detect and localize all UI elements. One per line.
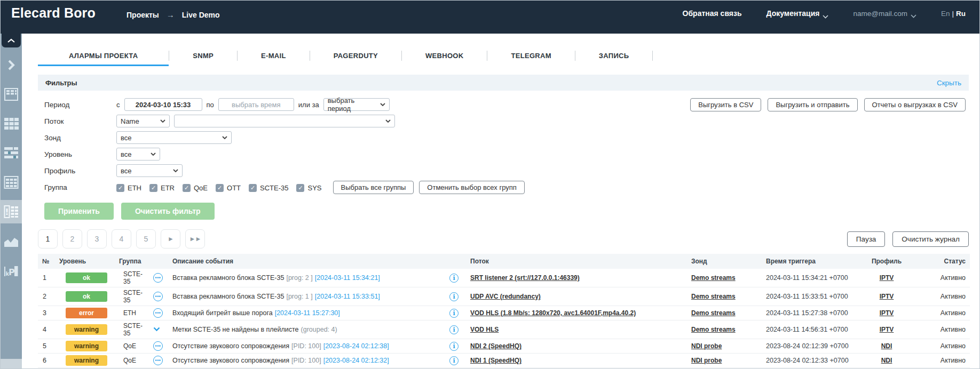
group-checkbox-scte-35[interactable]: ✓SCTE-35 — [249, 184, 288, 192]
lang-en[interactable]: En — [941, 10, 950, 18]
profile-link[interactable]: IPTV — [880, 309, 894, 317]
probe-link[interactable]: NDI probe — [691, 342, 722, 350]
tab-snmp[interactable]: SNMP — [169, 47, 237, 66]
profile-link[interactable]: IPTV — [880, 293, 894, 300]
stream-link[interactable]: VOD HLS — [470, 326, 499, 333]
expand-events-icon[interactable]: ••• — [153, 273, 163, 283]
chevron-down-icon — [151, 153, 156, 156]
expand-events-icon[interactable]: ••• — [153, 308, 163, 318]
collapse-group-icon[interactable] — [153, 326, 160, 333]
group-checkbox-eth[interactable]: ✓ETH — [116, 184, 141, 192]
last-page-button[interactable]: ►► — [185, 229, 205, 248]
stream-link[interactable]: VOD HLS (1.8 Mb/s: 1280x720, avc1.64001F… — [470, 309, 636, 317]
page-button-3[interactable]: 3 — [87, 229, 107, 248]
info-icon[interactable]: i — [449, 309, 459, 318]
tab-webhook[interactable]: WEBHOOK — [402, 47, 487, 66]
page-button-2[interactable]: 2 — [62, 229, 82, 248]
expand-cell: ••• — [151, 339, 170, 354]
probe-link[interactable]: Demo streams — [691, 274, 736, 282]
event-time-link[interactable]: [2024-03-11 15:33:51] — [315, 293, 380, 300]
export-and-send-button[interactable]: Выгрузить и отправить — [768, 98, 857, 111]
csv-reports-button[interactable]: Отчеты о выгрузках в CSV — [864, 98, 966, 111]
info-icon[interactable]: i — [449, 274, 459, 283]
expand-events-icon[interactable]: ••• — [153, 341, 163, 351]
sidebar-scroll-indicator[interactable] — [1, 359, 22, 369]
event-time-link[interactable]: [2024-03-11 15:34:21] — [315, 274, 380, 282]
tab-record[interactable]: ЗАПИСЬ — [575, 47, 653, 66]
collapse-panel-icon[interactable] — [2, 34, 21, 47]
checkbox-checked-icon[interactable]: ✓ — [149, 184, 157, 192]
lang-ru[interactable]: Ru — [956, 10, 966, 18]
page-button-1[interactable]: 1 — [38, 229, 58, 248]
info-icon[interactable]: i — [449, 292, 459, 301]
project-alarms-icon[interactable]: ! — [1, 200, 22, 223]
probe-link[interactable]: Demo streams — [691, 293, 736, 300]
charts-icon[interactable] — [1, 229, 22, 253]
profile-link[interactable]: IPTV — [880, 326, 894, 333]
data-table-icon[interactable] — [1, 171, 22, 194]
stream-mode-select[interactable]: Name — [116, 115, 170, 127]
date-from-input[interactable] — [124, 98, 202, 111]
period-preset-select[interactable]: выбрать период — [323, 98, 390, 111]
breadcrumb-projects[interactable]: Проекты — [127, 11, 159, 19]
export-csv-button[interactable]: Выгрузить в CSV — [690, 98, 761, 111]
stream-link[interactable]: NDI 1 (SpeedHQ) — [470, 357, 521, 364]
page-button-5[interactable]: 5 — [136, 229, 156, 248]
event-time-link[interactable]: [2024-03-11 15:27:30] — [275, 309, 340, 317]
probe-link[interactable]: NDI probe — [691, 357, 722, 364]
level-select[interactable]: все — [116, 148, 160, 161]
expand-events-icon[interactable]: ••• — [153, 356, 163, 365]
next-page-button[interactable]: ► — [161, 229, 180, 248]
select-all-groups-button[interactable]: Выбрать все группы — [333, 181, 414, 194]
date-to-input[interactable] — [218, 98, 294, 111]
clear-filter-button[interactable]: Очистить фильтр — [121, 203, 215, 220]
streams-overview-icon[interactable] — [1, 83, 22, 106]
profile-link[interactable]: NDI — [881, 357, 892, 364]
stream-link[interactable]: NDI 2 (SpeedHQ) — [470, 342, 521, 350]
expand-panel-icon[interactable] — [1, 53, 22, 77]
stream-value-select[interactable] — [174, 115, 395, 127]
stream-link[interactable]: SRT listener 2 (srt://127.0.0.1:46339) — [470, 274, 580, 282]
checkbox-checked-icon[interactable]: ✓ — [296, 184, 304, 192]
group-checkbox-etr[interactable]: ✓ETR — [149, 184, 175, 192]
profile-link[interactable]: IPTV — [880, 274, 894, 282]
apply-button[interactable]: Применить — [44, 203, 114, 220]
group-checkbox-ott[interactable]: ✓OTT — [216, 184, 241, 192]
level-value: все — [121, 150, 132, 158]
tab-telegram[interactable]: TELEGRAM — [487, 47, 574, 66]
group-buttons: Выбрать все группы Отменить выбор всех г… — [333, 181, 525, 194]
tab-email[interactable]: E-MAIL — [238, 47, 310, 66]
checkbox-checked-icon[interactable]: ✓ — [183, 184, 191, 192]
info-icon[interactable]: i — [449, 325, 459, 334]
profile-link[interactable]: NDI — [881, 342, 892, 350]
probe-select[interactable]: все — [116, 131, 232, 144]
stream-link[interactable]: UDP AVC (redundancy) — [470, 293, 541, 300]
checkbox-checked-icon[interactable]: ✓ — [249, 184, 257, 192]
clear-log-button[interactable]: Очистить журнал — [892, 231, 969, 247]
deselect-all-groups-button[interactable]: Отменить выбор всех групп — [419, 181, 525, 194]
info-icon[interactable]: i — [449, 342, 459, 351]
probe-link[interactable]: Demo streams — [691, 309, 736, 317]
tab-alarms[interactable]: АЛАРМЫ ПРОЕКТА — [38, 47, 169, 66]
group-checkbox-qoe[interactable]: ✓QoE — [183, 184, 208, 192]
expand-events-icon[interactable]: ••• — [153, 292, 163, 301]
kpi-icon[interactable]: k P — [1, 259, 22, 282]
checkbox-checked-icon[interactable]: ✓ — [116, 184, 124, 192]
probe-link[interactable]: Demo streams — [691, 326, 736, 333]
streams-grid-icon[interactable] — [1, 112, 22, 135]
profile-select[interactable]: все — [116, 164, 183, 177]
tab-pagerduty[interactable]: PAGERDUTY — [310, 47, 401, 66]
group-checkbox-sys[interactable]: ✓SYS — [296, 184, 321, 192]
page-button-4[interactable]: 4 — [112, 229, 131, 248]
feedback-link[interactable]: Обратная связь — [683, 9, 742, 18]
checkbox-checked-icon[interactable]: ✓ — [216, 184, 224, 192]
event-time-link[interactable]: [2023-08-24 02:12:32] — [323, 357, 389, 364]
brand-logo[interactable]: Elecard Boro — [11, 5, 96, 21]
docs-dropdown[interactable]: Документация — [766, 9, 829, 18]
event-time-link[interactable]: [2023-08-24 02:12:38] — [323, 342, 389, 350]
user-menu[interactable]: name@mail.com — [853, 10, 916, 18]
info-icon[interactable]: i — [449, 356, 459, 365]
hide-filters-link[interactable]: Скрыть — [937, 79, 961, 87]
tasks-icon[interactable] — [1, 141, 22, 165]
pause-button[interactable]: Пауза — [847, 231, 886, 247]
